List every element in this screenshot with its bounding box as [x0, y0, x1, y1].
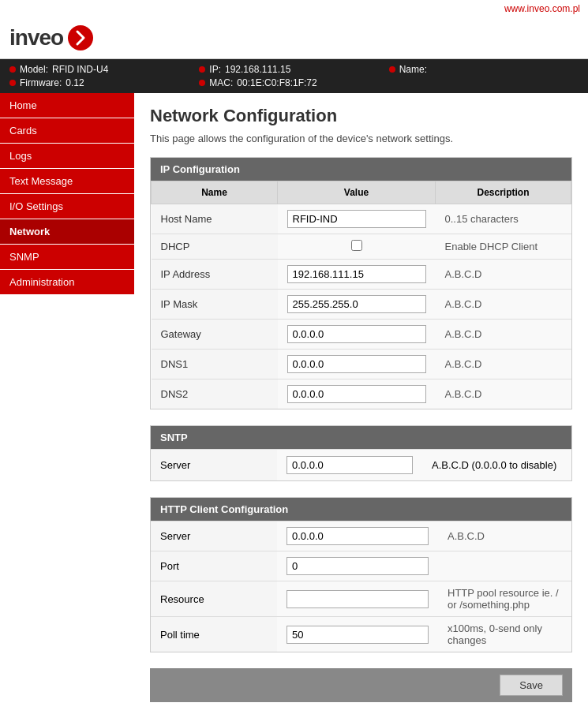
field-mask-label: IP Mask [152, 290, 278, 320]
http-server-input[interactable] [287, 527, 429, 545]
sidebar-item-text-message[interactable]: Text Message [0, 169, 134, 194]
field-dns2-label: DNS2 [152, 379, 278, 409]
http-polltime-label: Poll time [151, 617, 277, 652]
sidebar: Home Cards Logs Text Message I/O Setting… [0, 93, 134, 714]
mac-value: 00:1E:C0:F8:1F:72 [237, 77, 316, 88]
model-value: RFID IND-U4 [52, 64, 108, 75]
svg-point-0 [68, 25, 93, 50]
table-row: Gateway A.B.C.D [152, 320, 571, 350]
field-dhcp-label: DHCP [152, 234, 278, 260]
name-dot [389, 66, 395, 73]
ip-config-table: Name Value Description Host Name 0..15 c… [151, 181, 571, 409]
sidebar-item-network[interactable]: Network [0, 219, 134, 245]
http-port-desc [438, 551, 571, 581]
dhcp-desc: Enable DHCP Client [436, 234, 571, 260]
sntp-table: Server A.B.C.D (0.0.0.0 to disable) [151, 449, 571, 480]
website-label: www.inveo.com.pl [504, 3, 580, 14]
sntp-server-desc: A.B.C.D (0.0.0.0 to disable) [422, 450, 571, 481]
mask-desc: A.B.C.D [436, 290, 571, 320]
firmware-label: Firmware: [20, 77, 62, 88]
top-brand: www.inveo.com.pl [0, 0, 588, 17]
dns2-desc: A.B.C.D [436, 379, 571, 409]
ip-config-header: IP Configuration [151, 158, 571, 181]
logo-icon [66, 24, 95, 52]
http-resource-input[interactable] [287, 590, 429, 608]
http-port-label: Port [151, 551, 277, 581]
hostname-input[interactable] [287, 210, 426, 228]
http-port-input[interactable] [287, 557, 429, 575]
sidebar-item-io-settings[interactable]: I/O Settings [0, 194, 134, 219]
dns1-input[interactable] [287, 355, 426, 373]
save-bar: Save [150, 668, 572, 702]
content-area: Network Configuration This page allows t… [134, 93, 588, 714]
ip-mask-input[interactable] [287, 295, 426, 313]
name-label: Name: [399, 64, 427, 75]
col-description: Description [436, 181, 571, 204]
table-row: Server A.B.C.D [151, 521, 571, 551]
col-name: Name [152, 181, 278, 204]
logo-text: inveo [9, 25, 63, 50]
mac-dot [199, 80, 205, 86]
col-value: Value [278, 181, 436, 204]
table-row: Resource HTTP pool resource ie. / or /so… [151, 581, 571, 617]
http-server-desc: A.B.C.D [438, 521, 571, 551]
sntp-section: SNTP Server A.B.C.D (0.0.0.0 to disable) [150, 425, 572, 481]
ip-dot [199, 66, 205, 73]
field-gateway-label: Gateway [152, 320, 278, 350]
sidebar-item-logs[interactable]: Logs [0, 144, 134, 169]
table-row: IP Address A.B.C.D [152, 260, 571, 290]
firmware-value: 0.12 [66, 77, 84, 88]
http-resource-label: Resource [151, 581, 277, 617]
ip-value: 192.168.111.15 [225, 64, 290, 75]
http-table: Server A.B.C.D Port Resource HTT [151, 521, 571, 652]
dns1-desc: A.B.C.D [436, 350, 571, 379]
sidebar-item-home[interactable]: Home [0, 93, 134, 118]
http-server-label: Server [151, 521, 277, 551]
http-header: HTTP Client Configuration [151, 498, 571, 521]
field-dns1-label: DNS1 [152, 350, 278, 379]
model-label: Model: [20, 64, 48, 75]
dns2-input[interactable] [287, 385, 426, 403]
table-row: Poll time x100ms, 0-send only changes [151, 617, 571, 652]
info-bar: Model: RFID IND-U4 Firmware: 0.12 IP: 19… [0, 59, 588, 93]
sntp-server-label: Server [151, 450, 277, 481]
page-title: Network Configuration [150, 106, 572, 126]
table-row: Host Name 0..15 characters [152, 204, 571, 234]
ip-config-section: IP Configuration Name Value Description … [150, 157, 572, 409]
mac-label: MAC: [209, 77, 233, 88]
dhcp-checkbox[interactable] [351, 240, 362, 251]
table-row: DNS1 A.B.C.D [152, 350, 571, 379]
sidebar-item-snmp[interactable]: SNMP [0, 245, 134, 270]
ip-desc: A.B.C.D [436, 260, 571, 290]
field-hostname-label: Host Name [152, 204, 278, 234]
table-row: DNS2 A.B.C.D [152, 379, 571, 409]
hostname-desc: 0..15 characters [436, 204, 571, 234]
firmware-dot [9, 80, 16, 86]
table-row: DHCP Enable DHCP Client [152, 234, 571, 260]
logo-bar: inveo [0, 17, 588, 59]
http-section: HTTP Client Configuration Server A.B.C.D… [150, 497, 572, 652]
sntp-header: SNTP [151, 426, 571, 449]
sntp-server-input[interactable] [287, 456, 413, 474]
table-row: IP Mask A.B.C.D [152, 290, 571, 320]
main-layout: Home Cards Logs Text Message I/O Setting… [0, 93, 588, 714]
table-row: Port [151, 551, 571, 581]
table-row: Server A.B.C.D (0.0.0.0 to disable) [151, 450, 571, 481]
ip-address-input[interactable] [287, 265, 426, 283]
gateway-desc: A.B.C.D [436, 320, 571, 350]
http-polltime-input[interactable] [287, 626, 429, 644]
model-dot [9, 66, 16, 73]
sidebar-item-administration[interactable]: Administration [0, 270, 134, 295]
field-ip-label: IP Address [152, 260, 278, 290]
save-button[interactable]: Save [500, 675, 563, 696]
page-desc: This page allows the configuration of th… [150, 133, 572, 144]
gateway-input[interactable] [287, 325, 426, 343]
sidebar-item-cards[interactable]: Cards [0, 118, 134, 144]
ip-label: IP: [209, 64, 221, 75]
http-resource-desc: HTTP pool resource ie. / or /something.p… [438, 581, 571, 617]
http-polltime-desc: x100ms, 0-send only changes [438, 617, 571, 652]
